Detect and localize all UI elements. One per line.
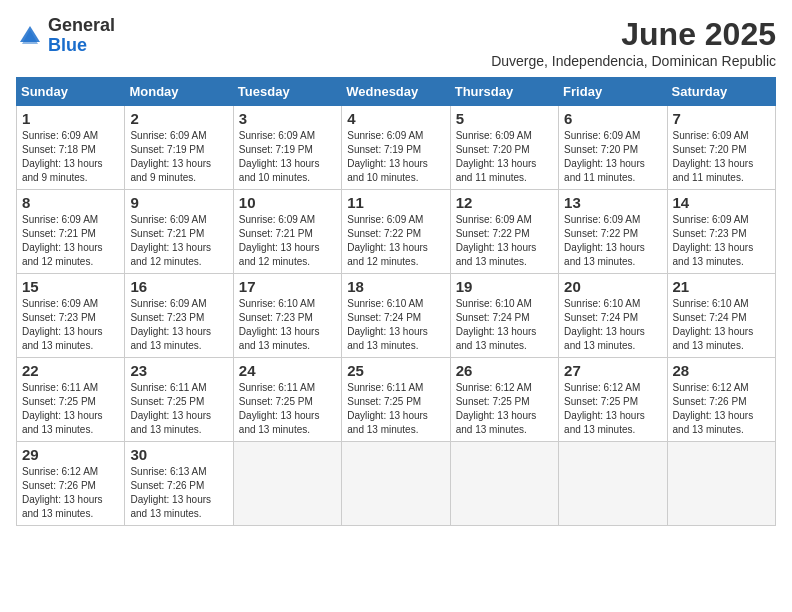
day-info: Sunrise: 6:09 AMSunset: 7:22 PMDaylight:… bbox=[564, 214, 645, 267]
calendar-day-cell: 16 Sunrise: 6:09 AMSunset: 7:23 PMDaylig… bbox=[125, 274, 233, 358]
day-info: Sunrise: 6:09 AMSunset: 7:20 PMDaylight:… bbox=[456, 130, 537, 183]
day-info: Sunrise: 6:09 AMSunset: 7:21 PMDaylight:… bbox=[130, 214, 211, 267]
calendar-day-cell: 15 Sunrise: 6:09 AMSunset: 7:23 PMDaylig… bbox=[17, 274, 125, 358]
day-info: Sunrise: 6:09 AMSunset: 7:22 PMDaylight:… bbox=[347, 214, 428, 267]
calendar-day-cell: 1 Sunrise: 6:09 AMSunset: 7:18 PMDayligh… bbox=[17, 106, 125, 190]
header-monday: Monday bbox=[125, 78, 233, 106]
calendar-week-row: 15 Sunrise: 6:09 AMSunset: 7:23 PMDaylig… bbox=[17, 274, 776, 358]
calendar-day-cell: 7 Sunrise: 6:09 AMSunset: 7:20 PMDayligh… bbox=[667, 106, 775, 190]
calendar-day-cell bbox=[667, 442, 775, 526]
calendar-body: 1 Sunrise: 6:09 AMSunset: 7:18 PMDayligh… bbox=[17, 106, 776, 526]
header-sunday: Sunday bbox=[17, 78, 125, 106]
calendar-day-cell: 18 Sunrise: 6:10 AMSunset: 7:24 PMDaylig… bbox=[342, 274, 450, 358]
calendar-day-cell: 6 Sunrise: 6:09 AMSunset: 7:20 PMDayligh… bbox=[559, 106, 667, 190]
day-info: Sunrise: 6:12 AMSunset: 7:26 PMDaylight:… bbox=[22, 466, 103, 519]
calendar-week-row: 1 Sunrise: 6:09 AMSunset: 7:18 PMDayligh… bbox=[17, 106, 776, 190]
calendar-day-cell: 21 Sunrise: 6:10 AMSunset: 7:24 PMDaylig… bbox=[667, 274, 775, 358]
day-info: Sunrise: 6:10 AMSunset: 7:23 PMDaylight:… bbox=[239, 298, 320, 351]
day-number: 13 bbox=[564, 194, 661, 211]
day-info: Sunrise: 6:09 AMSunset: 7:19 PMDaylight:… bbox=[239, 130, 320, 183]
calendar-day-cell: 10 Sunrise: 6:09 AMSunset: 7:21 PMDaylig… bbox=[233, 190, 341, 274]
calendar-day-cell bbox=[450, 442, 558, 526]
day-number: 6 bbox=[564, 110, 661, 127]
calendar-day-cell: 5 Sunrise: 6:09 AMSunset: 7:20 PMDayligh… bbox=[450, 106, 558, 190]
day-info: Sunrise: 6:09 AMSunset: 7:19 PMDaylight:… bbox=[347, 130, 428, 183]
calendar-day-cell: 27 Sunrise: 6:12 AMSunset: 7:25 PMDaylig… bbox=[559, 358, 667, 442]
day-info: Sunrise: 6:11 AMSunset: 7:25 PMDaylight:… bbox=[347, 382, 428, 435]
day-number: 7 bbox=[673, 110, 770, 127]
calendar-day-cell: 3 Sunrise: 6:09 AMSunset: 7:19 PMDayligh… bbox=[233, 106, 341, 190]
day-number: 16 bbox=[130, 278, 227, 295]
day-info: Sunrise: 6:11 AMSunset: 7:25 PMDaylight:… bbox=[130, 382, 211, 435]
header-wednesday: Wednesday bbox=[342, 78, 450, 106]
calendar-table: Sunday Monday Tuesday Wednesday Thursday… bbox=[16, 77, 776, 526]
header: General Blue June 2025 Duverge, Independ… bbox=[16, 16, 776, 69]
month-title: June 2025 bbox=[491, 16, 776, 53]
calendar-day-cell: 26 Sunrise: 6:12 AMSunset: 7:25 PMDaylig… bbox=[450, 358, 558, 442]
day-number: 14 bbox=[673, 194, 770, 211]
day-number: 26 bbox=[456, 362, 553, 379]
header-friday: Friday bbox=[559, 78, 667, 106]
day-number: 20 bbox=[564, 278, 661, 295]
day-number: 11 bbox=[347, 194, 444, 211]
calendar-day-cell: 29 Sunrise: 6:12 AMSunset: 7:26 PMDaylig… bbox=[17, 442, 125, 526]
calendar-header-row: Sunday Monday Tuesday Wednesday Thursday… bbox=[17, 78, 776, 106]
day-number: 15 bbox=[22, 278, 119, 295]
calendar-day-cell: 28 Sunrise: 6:12 AMSunset: 7:26 PMDaylig… bbox=[667, 358, 775, 442]
day-info: Sunrise: 6:09 AMSunset: 7:20 PMDaylight:… bbox=[564, 130, 645, 183]
day-info: Sunrise: 6:12 AMSunset: 7:25 PMDaylight:… bbox=[456, 382, 537, 435]
day-number: 25 bbox=[347, 362, 444, 379]
calendar-day-cell: 22 Sunrise: 6:11 AMSunset: 7:25 PMDaylig… bbox=[17, 358, 125, 442]
day-number: 27 bbox=[564, 362, 661, 379]
day-info: Sunrise: 6:11 AMSunset: 7:25 PMDaylight:… bbox=[22, 382, 103, 435]
day-info: Sunrise: 6:10 AMSunset: 7:24 PMDaylight:… bbox=[456, 298, 537, 351]
day-info: Sunrise: 6:09 AMSunset: 7:22 PMDaylight:… bbox=[456, 214, 537, 267]
day-number: 23 bbox=[130, 362, 227, 379]
day-info: Sunrise: 6:10 AMSunset: 7:24 PMDaylight:… bbox=[564, 298, 645, 351]
calendar-day-cell: 17 Sunrise: 6:10 AMSunset: 7:23 PMDaylig… bbox=[233, 274, 341, 358]
calendar-day-cell: 12 Sunrise: 6:09 AMSunset: 7:22 PMDaylig… bbox=[450, 190, 558, 274]
day-number: 17 bbox=[239, 278, 336, 295]
calendar-day-cell: 23 Sunrise: 6:11 AMSunset: 7:25 PMDaylig… bbox=[125, 358, 233, 442]
day-info: Sunrise: 6:09 AMSunset: 7:21 PMDaylight:… bbox=[239, 214, 320, 267]
day-info: Sunrise: 6:09 AMSunset: 7:20 PMDaylight:… bbox=[673, 130, 754, 183]
calendar-day-cell: 13 Sunrise: 6:09 AMSunset: 7:22 PMDaylig… bbox=[559, 190, 667, 274]
calendar-day-cell: 19 Sunrise: 6:10 AMSunset: 7:24 PMDaylig… bbox=[450, 274, 558, 358]
day-number: 9 bbox=[130, 194, 227, 211]
day-info: Sunrise: 6:12 AMSunset: 7:26 PMDaylight:… bbox=[673, 382, 754, 435]
day-number: 5 bbox=[456, 110, 553, 127]
day-number: 24 bbox=[239, 362, 336, 379]
day-number: 18 bbox=[347, 278, 444, 295]
day-info: Sunrise: 6:09 AMSunset: 7:23 PMDaylight:… bbox=[22, 298, 103, 351]
day-number: 19 bbox=[456, 278, 553, 295]
day-number: 21 bbox=[673, 278, 770, 295]
day-info: Sunrise: 6:09 AMSunset: 7:18 PMDaylight:… bbox=[22, 130, 103, 183]
day-number: 12 bbox=[456, 194, 553, 211]
day-number: 30 bbox=[130, 446, 227, 463]
day-number: 2 bbox=[130, 110, 227, 127]
day-info: Sunrise: 6:10 AMSunset: 7:24 PMDaylight:… bbox=[347, 298, 428, 351]
calendar-day-cell bbox=[233, 442, 341, 526]
day-number: 1 bbox=[22, 110, 119, 127]
header-thursday: Thursday bbox=[450, 78, 558, 106]
logo-general-text: General bbox=[48, 16, 115, 36]
location-title: Duverge, Independencia, Dominican Republ… bbox=[491, 53, 776, 69]
logo-text: General Blue bbox=[48, 16, 115, 56]
day-info: Sunrise: 6:11 AMSunset: 7:25 PMDaylight:… bbox=[239, 382, 320, 435]
day-number: 10 bbox=[239, 194, 336, 211]
calendar-week-row: 8 Sunrise: 6:09 AMSunset: 7:21 PMDayligh… bbox=[17, 190, 776, 274]
day-number: 22 bbox=[22, 362, 119, 379]
calendar-week-row: 29 Sunrise: 6:12 AMSunset: 7:26 PMDaylig… bbox=[17, 442, 776, 526]
day-info: Sunrise: 6:09 AMSunset: 7:21 PMDaylight:… bbox=[22, 214, 103, 267]
day-info: Sunrise: 6:12 AMSunset: 7:25 PMDaylight:… bbox=[564, 382, 645, 435]
calendar-day-cell: 24 Sunrise: 6:11 AMSunset: 7:25 PMDaylig… bbox=[233, 358, 341, 442]
calendar-day-cell: 30 Sunrise: 6:13 AMSunset: 7:26 PMDaylig… bbox=[125, 442, 233, 526]
calendar-day-cell bbox=[559, 442, 667, 526]
title-area: June 2025 Duverge, Independencia, Domini… bbox=[491, 16, 776, 69]
calendar-day-cell: 2 Sunrise: 6:09 AMSunset: 7:19 PMDayligh… bbox=[125, 106, 233, 190]
calendar-day-cell: 11 Sunrise: 6:09 AMSunset: 7:22 PMDaylig… bbox=[342, 190, 450, 274]
calendar-day-cell: 9 Sunrise: 6:09 AMSunset: 7:21 PMDayligh… bbox=[125, 190, 233, 274]
day-info: Sunrise: 6:10 AMSunset: 7:24 PMDaylight:… bbox=[673, 298, 754, 351]
day-info: Sunrise: 6:09 AMSunset: 7:23 PMDaylight:… bbox=[130, 298, 211, 351]
calendar-week-row: 22 Sunrise: 6:11 AMSunset: 7:25 PMDaylig… bbox=[17, 358, 776, 442]
